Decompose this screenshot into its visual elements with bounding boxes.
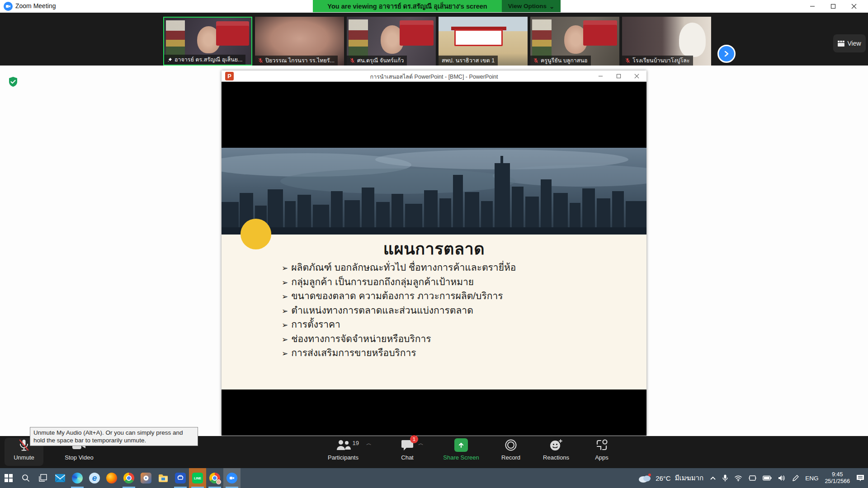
record-button[interactable]: Record <box>493 438 529 466</box>
unmute-tooltip: Unmute My Audio (Alt+A). Or you can simp… <box>30 427 198 446</box>
share-screen-button[interactable]: Share Screen <box>435 438 487 466</box>
zoom-app-icon <box>4 2 13 11</box>
taskbar-weather[interactable]: 26°C มีเมฆมาก <box>638 473 703 483</box>
video-thumbnail[interactable]: ศน.ดรุณี จันทร์แก้ว <box>347 17 436 66</box>
bullet-arrow-icon: ➢ <box>282 320 288 330</box>
share-screen-label: Share Screen <box>443 454 479 461</box>
chevron-down-icon: ⌄ <box>549 3 554 10</box>
view-layout-button[interactable]: View <box>833 34 866 52</box>
windows-logo-icon <box>5 474 13 482</box>
task-view-button[interactable] <box>34 468 52 488</box>
grid-view-icon <box>838 41 844 47</box>
taskbar-icon-mail[interactable] <box>52 468 69 488</box>
viewing-banner-text: You are viewing อาจารย์ ดร.สรัญณี อุเส็น… <box>327 1 487 11</box>
notification-center-icon[interactable] <box>856 474 864 482</box>
muted-mic-icon <box>625 58 630 63</box>
participant-name: ครูนูรียัน บลูกาสนอ <box>541 56 588 65</box>
close-button[interactable] <box>844 0 864 13</box>
ppt-maximize-button[interactable] <box>609 70 627 82</box>
hidden-icons-chevron[interactable] <box>710 476 716 480</box>
thumbnail-background <box>532 19 552 58</box>
slide-bullet: ➢ผลิตภัณฑ์ บอกลักษณะทั่วไป ชื่อทางการค้า… <box>282 260 607 274</box>
taskbar-icon-media-player[interactable] <box>137 468 155 488</box>
powerpoint-titlebar: P การนำเสนอสไลด์ PowerPoint - [BMC] - Po… <box>222 70 646 82</box>
taskbar-icon-firefox[interactable] <box>103 468 120 488</box>
next-participants-button[interactable] <box>717 45 736 63</box>
powerpoint-window: P การนำเสนอสไลด์ PowerPoint - [BMC] - Po… <box>222 70 646 436</box>
taskbar-tray: 26°C มีเมฆมาก ENG 9:45 25/1/2566 <box>638 468 868 488</box>
muted-mic-icon <box>350 58 355 63</box>
taskbar-icon-internet-explorer[interactable]: e <box>86 468 103 488</box>
muted-mic-icon <box>18 439 30 451</box>
clock-time: 9:45 <box>825 471 850 478</box>
record-label: Record <box>501 454 520 461</box>
window-title: Zoom Meeting <box>15 2 56 9</box>
participant-name: สพป. นราธิวาส เขต 1 <box>442 56 495 65</box>
tray-battery-icon[interactable] <box>763 475 772 481</box>
ppt-minimize-button[interactable] <box>591 70 609 82</box>
taskbar-icon-chrome-profile[interactable] <box>206 468 223 488</box>
tray-mic-icon[interactable] <box>722 474 728 482</box>
view-options-button[interactable]: View Options ⌄ <box>502 0 561 12</box>
participant-name: โรงเรียนบ้านบาโงปูโละ <box>632 56 690 65</box>
start-button[interactable] <box>0 468 17 488</box>
muted-mic-icon <box>258 58 263 63</box>
slide-title: แผนการตลาด <box>222 236 646 262</box>
participant-name: ศน.ดรุณี จันทร์แก้ว <box>357 56 404 65</box>
chevron-up-icon[interactable]: ︿ <box>418 440 424 447</box>
bullet-arrow-icon: ➢ <box>282 335 288 344</box>
slide-bullet: ➢การตั้งราคา <box>282 317 607 331</box>
taskbar-icon-edge[interactable] <box>69 468 86 488</box>
participant-name-bar: ศน.ดรุณี จันทร์แก้ว <box>347 56 407 66</box>
screen-viewing-banner: You are viewing อาจารย์ ดร.สรัญณี อุเส็น… <box>313 0 502 12</box>
apps-label: Apps <box>595 454 609 461</box>
pin-icon <box>167 57 172 62</box>
thumbnail-slide-card <box>216 21 249 46</box>
thumbnail-slide-card <box>400 20 434 46</box>
tray-pen-icon[interactable] <box>792 475 799 482</box>
thumbnail-background <box>166 20 185 58</box>
chat-button[interactable]: 1 ︿ Chat <box>387 438 428 466</box>
video-thumbnail[interactable]: ปิยวรรณ ไกรนรา รร.ไทยรั... <box>255 17 344 66</box>
reactions-smiley-icon <box>549 439 563 451</box>
participants-count: 19 <box>353 440 359 446</box>
participants-button[interactable]: 19 ︿ Participants <box>316 438 370 466</box>
minimize-button[interactable] <box>802 0 823 13</box>
task-view-icon <box>39 474 47 482</box>
taskbar-icon-zoom[interactable] <box>223 468 241 488</box>
participant-name-bar: อาจารย์ ดร.สรัญณี อุเส็นย... <box>164 55 245 65</box>
taskbar-clock[interactable]: 9:45 25/1/2566 <box>825 471 850 485</box>
tray-cast-icon[interactable] <box>749 475 756 482</box>
unmute-label: Unmute <box>14 454 34 461</box>
muted-mic-icon <box>533 58 538 63</box>
reactions-button[interactable]: Reactions <box>534 438 578 466</box>
building-sign <box>454 29 502 46</box>
video-thumbnail-strip: อาจารย์ ดร.สรัญณี อุเส็นย... ปิยวรรณ ไกร… <box>0 13 868 66</box>
chevron-up-icon[interactable]: ︿ <box>366 440 372 447</box>
slide-bullet: ➢ช่องทางการจัดจำหน่ายหรือบริการ <box>282 331 607 346</box>
presentation-slide: แผนการตลาด ➢ผลิตภัณฑ์ บอกลักษณะทั่วไป ชื… <box>222 148 646 389</box>
record-icon <box>505 439 517 451</box>
chevron-right-icon <box>723 51 730 57</box>
apps-button[interactable]: Apps <box>586 438 618 466</box>
tray-network-icon[interactable] <box>734 475 742 481</box>
taskbar-icon-file-explorer[interactable] <box>155 468 172 488</box>
video-thumbnail[interactable]: สพป. นราธิวาส เขต 1 <box>439 17 528 66</box>
taskbar-icon-remote-app[interactable] <box>172 468 189 488</box>
thumbnail-background <box>349 19 368 58</box>
security-shield-icon[interactable] <box>8 76 18 87</box>
bullet-arrow-icon: ➢ <box>282 306 288 316</box>
video-thumbnail[interactable]: ครูนูรียัน บลูกาสนอ <box>530 17 619 66</box>
taskbar-icon-line[interactable]: LINE <box>189 468 206 488</box>
taskbar-search-button[interactable] <box>17 468 34 488</box>
ppt-close-button[interactable] <box>627 70 646 82</box>
maximize-button[interactable] <box>823 0 844 13</box>
video-thumbnail[interactable]: โรงเรียนบ้านบาโงปูโละ <box>622 17 711 66</box>
taskbar-icon-chrome[interactable] <box>120 468 137 488</box>
video-thumbnail[interactable]: อาจารย์ ดร.สรัญณี อุเส็นย... <box>163 17 252 66</box>
bullet-arrow-icon: ➢ <box>282 349 288 358</box>
tray-volume-icon[interactable] <box>778 475 786 481</box>
language-indicator[interactable]: ENG <box>805 475 818 482</box>
window-titlebar: Zoom Meeting You are viewing อาจารย์ ดร.… <box>0 0 868 13</box>
slide-bullet: ➢การส่งเสริมการขายหรือบริการ <box>282 345 607 360</box>
